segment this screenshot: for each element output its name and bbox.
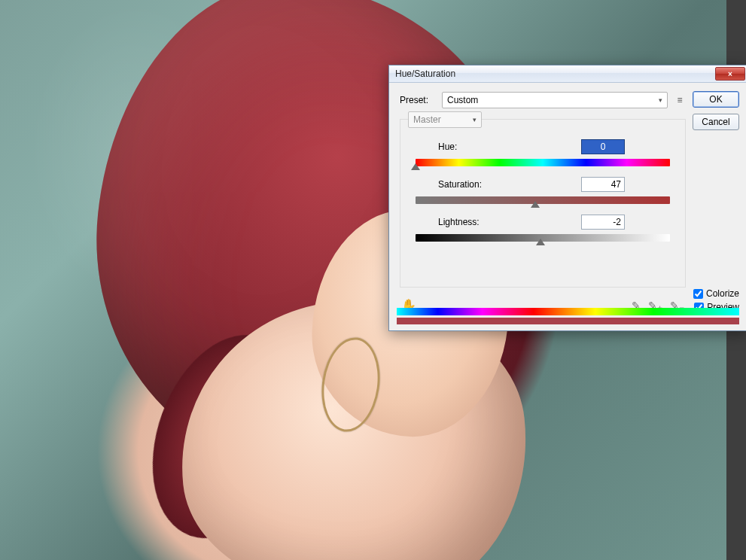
spectrum-preview: [397, 308, 739, 324]
adjustment-group: Master ▾ Hue: 0 Saturation: 47: [400, 119, 686, 288]
preset-value: Custom: [447, 95, 478, 105]
chevron-down-icon: ▾: [473, 116, 477, 123]
saturation-slider[interactable]: [416, 196, 670, 204]
preset-menu-icon[interactable]: ≡: [674, 95, 686, 105]
lightness-label: Lightness:: [411, 217, 522, 227]
saturation-thumb[interactable]: [531, 201, 540, 208]
saturation-label: Saturation:: [411, 179, 522, 190]
colorize-label: Colorize: [706, 288, 739, 299]
channel-label: Master: [413, 114, 441, 125]
hue-saturation-dialog: Hue/Saturation × Preset: Custom ▾ ≡ Mast…: [388, 65, 746, 331]
close-button[interactable]: ×: [715, 67, 745, 81]
ok-label: OK: [709, 94, 722, 105]
dialog-body: Preset: Custom ▾ ≡ Master ▾ Hue: 0: [389, 83, 695, 318]
colorize-checkbox[interactable]: [693, 289, 703, 299]
lightness-thumb[interactable]: [536, 239, 545, 245]
cancel-button[interactable]: Cancel: [693, 114, 739, 130]
chevron-down-icon: ▾: [659, 96, 662, 104]
preset-select[interactable]: Custom ▾: [442, 92, 668, 108]
saturation-row: Saturation: 47: [411, 177, 674, 204]
lightness-slider[interactable]: [416, 234, 670, 242]
spectrum-bar-output: [397, 318, 739, 325]
dialog-title: Hue/Saturation: [395, 68, 715, 79]
dialog-titlebar[interactable]: Hue/Saturation ×: [389, 65, 746, 83]
hue-slider[interactable]: [416, 159, 670, 166]
dialog-button-column: OK Cancel: [693, 91, 739, 130]
lightness-input[interactable]: -2: [581, 215, 625, 230]
hue-label: Hue:: [411, 142, 522, 152]
preset-row: Preset: Custom ▾ ≡: [400, 92, 686, 108]
ok-button[interactable]: OK: [693, 91, 739, 108]
preset-label: Preset:: [400, 95, 436, 105]
colorize-checkbox-row[interactable]: Colorize: [693, 288, 739, 299]
channel-select[interactable]: Master ▾: [408, 111, 482, 128]
cancel-label: Cancel: [702, 117, 729, 127]
hue-input[interactable]: 0: [581, 139, 625, 154]
close-icon: ×: [728, 70, 732, 78]
hue-row: Hue: 0: [411, 139, 674, 166]
hue-thumb[interactable]: [411, 163, 420, 170]
saturation-input[interactable]: 47: [581, 177, 625, 192]
lightness-row: Lightness: -2: [411, 215, 674, 242]
spectrum-bar-input: [397, 308, 739, 315]
